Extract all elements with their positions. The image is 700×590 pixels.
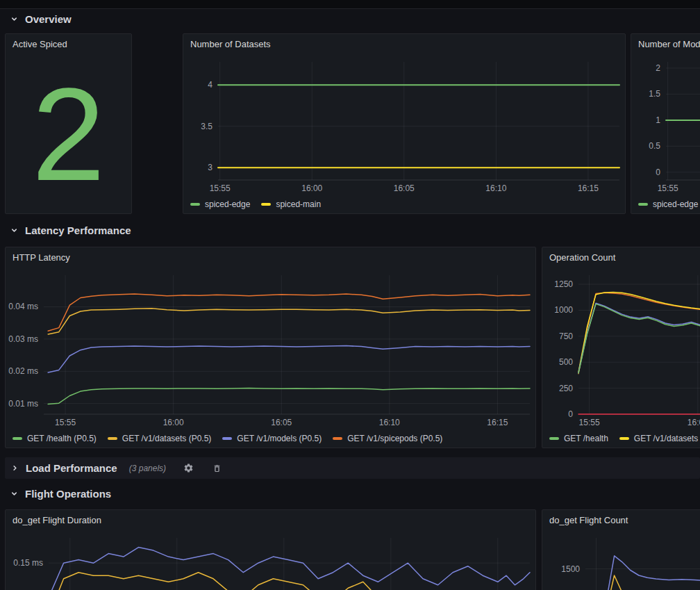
operation-count-chart[interactable]: 12501000750500250015:5516:0016:0516:1016… [542, 268, 700, 429]
legend-item[interactable]: GET /health (P0.5) [12, 434, 97, 443]
svg-text:15:55: 15:55 [658, 183, 678, 193]
panels-count-note: (3 panels) [129, 464, 166, 473]
panel-title[interactable]: Active Spiced [6, 34, 131, 55]
http-latency-chart[interactable]: 0.04 ms0.03 ms0.02 ms0.01 ms15:5516:0016… [6, 268, 535, 429]
legend-label: GET /v1/spicepods (P0.5) [347, 434, 442, 443]
svg-text:1500: 1500 [561, 564, 580, 574]
svg-text:750: 750 [559, 331, 573, 341]
legend-item[interactable]: spiced-edge [190, 199, 250, 209]
svg-text:1250: 1250 [554, 279, 573, 289]
legend-label: GET /v1/datasets (P0.5) [122, 434, 212, 443]
chart-legend: spiced-edge [631, 195, 700, 213]
row-delete-button[interactable] [211, 462, 223, 475]
gear-icon [183, 463, 194, 473]
stat-value: 2 [6, 55, 131, 213]
legend-item[interactable]: GET /v1/datasets [619, 434, 699, 443]
section-header-load-performance[interactable]: Load Performance (3 panels) [5, 457, 700, 479]
svg-text:3: 3 [208, 163, 212, 172]
legend-label: GET /v1/datasets [634, 434, 699, 443]
legend-swatch [222, 437, 232, 440]
legend-swatch [108, 437, 117, 440]
panel-title[interactable]: Operation Count [542, 247, 700, 268]
svg-text:1.5: 1.5 [649, 89, 660, 99]
section-header-overview[interactable]: Overview [10, 11, 72, 26]
panel-title[interactable]: Number of Models [631, 34, 700, 55]
legend-swatch [261, 203, 271, 206]
chevron-down-icon [10, 226, 19, 235]
svg-text:2: 2 [656, 63, 660, 73]
legend-label: GET /health [564, 434, 608, 443]
trash-icon [212, 464, 222, 473]
legend-swatch [638, 203, 648, 206]
svg-text:1000: 1000 [554, 305, 573, 315]
section-header-latency-performance[interactable]: Latency Performance [10, 222, 131, 238]
legend-item[interactable]: GET /health [549, 434, 608, 443]
svg-text:3.5: 3.5 [201, 122, 212, 131]
legend-label: spiced-edge [653, 199, 698, 209]
svg-text:4: 4 [208, 80, 212, 90]
legend-swatch [549, 437, 559, 440]
flight-count-chart[interactable]: 150015:5516:0016:0516:1016:15 [542, 531, 700, 590]
legend-item[interactable]: GET /v1/spicepods (P0.5) [333, 434, 442, 443]
svg-text:0.5: 0.5 [649, 141, 660, 151]
chart-legend: GET /health (P0.5)GET /v1/datasets (P0.5… [6, 429, 535, 448]
panel-title[interactable]: Number of Datasets [183, 34, 625, 55]
section-title: Latency Performance [25, 224, 131, 236]
svg-text:16:00: 16:00 [688, 418, 700, 427]
svg-text:0.15 ms: 0.15 ms [13, 558, 43, 568]
svg-text:1: 1 [656, 115, 660, 125]
chevron-right-icon [10, 464, 19, 473]
section-title: Flight Operations [25, 488, 111, 500]
svg-text:16:10: 16:10 [485, 183, 506, 193]
svg-text:0.02 ms: 0.02 ms [8, 366, 38, 376]
panel-title[interactable]: do_get Flight Count [542, 510, 700, 531]
legend-item[interactable]: GET /v1/models (P0.5) [222, 434, 322, 443]
svg-text:16:15: 16:15 [487, 418, 508, 427]
legend-label: spiced-edge [205, 199, 250, 209]
datasets-chart[interactable]: 43.5315:5516:0016:0516:1016:15 [183, 55, 625, 195]
panel-number-of-datasets: Number of Datasets 43.5315:5516:0016:051… [183, 33, 626, 214]
section-title: Load Performance [26, 462, 117, 474]
panel-active-spiced: Active Spiced 2 [5, 33, 132, 214]
section-header-flight-operations[interactable]: Flight Operations [10, 486, 111, 501]
section-title: Overview [25, 13, 72, 25]
panel-number-of-models: Number of Models 21.510.5015:5516:0016:0… [631, 33, 700, 214]
legend-item[interactable]: GET /v1/datasets (P0.5) [108, 434, 212, 443]
svg-text:16:00: 16:00 [301, 183, 322, 193]
chevron-down-icon [10, 489, 19, 498]
svg-text:0.04 ms: 0.04 ms [8, 302, 38, 311]
svg-text:15:55: 15:55 [55, 418, 76, 427]
legend-item[interactable]: spiced-edge [638, 199, 698, 209]
panel-title[interactable]: do_get Flight Duration [6, 510, 535, 531]
legend-label: GET /v1/models (P0.5) [237, 434, 322, 443]
legend-swatch [619, 437, 629, 440]
svg-text:16:00: 16:00 [163, 418, 184, 427]
svg-text:500: 500 [559, 357, 573, 367]
svg-text:16:15: 16:15 [578, 183, 599, 193]
flight-duration-chart[interactable]: 0.15 ms15:5516:0016:0516:1016:15 [6, 531, 535, 590]
models-chart[interactable]: 21.510.5015:5516:0016:0516:1016:15 [631, 55, 700, 195]
svg-text:0.01 ms: 0.01 ms [8, 399, 38, 409]
svg-text:16:05: 16:05 [394, 183, 415, 193]
chart-legend: GET /healthGET /v1/datasets [542, 429, 700, 448]
legend-swatch [333, 437, 342, 440]
legend-item[interactable]: spiced-main [261, 199, 321, 209]
panel-do-get-flight-count: do_get Flight Count 150015:5516:0016:051… [542, 509, 700, 590]
svg-text:16:05: 16:05 [271, 418, 292, 427]
panel-operation-count: Operation Count 12501000750500250015:551… [542, 247, 700, 448]
legend-swatch [12, 437, 22, 440]
svg-text:250: 250 [559, 384, 573, 393]
top-toolbar [0, 0, 700, 9]
svg-text:16:10: 16:10 [379, 418, 400, 427]
chart-legend: spiced-edgespiced-main [183, 195, 625, 213]
row-settings-button[interactable] [182, 461, 195, 475]
legend-swatch [190, 203, 200, 206]
chevron-down-icon [10, 15, 19, 24]
svg-text:0: 0 [568, 409, 573, 419]
panel-http-latency: HTTP Latency 0.04 ms0.03 ms0.02 ms0.01 m… [5, 247, 536, 448]
panel-title[interactable]: HTTP Latency [6, 247, 535, 268]
legend-label: GET /health (P0.5) [27, 434, 97, 443]
svg-text:15:55: 15:55 [210, 183, 231, 193]
svg-text:0.03 ms: 0.03 ms [8, 334, 38, 344]
legend-label: spiced-main [276, 199, 321, 209]
